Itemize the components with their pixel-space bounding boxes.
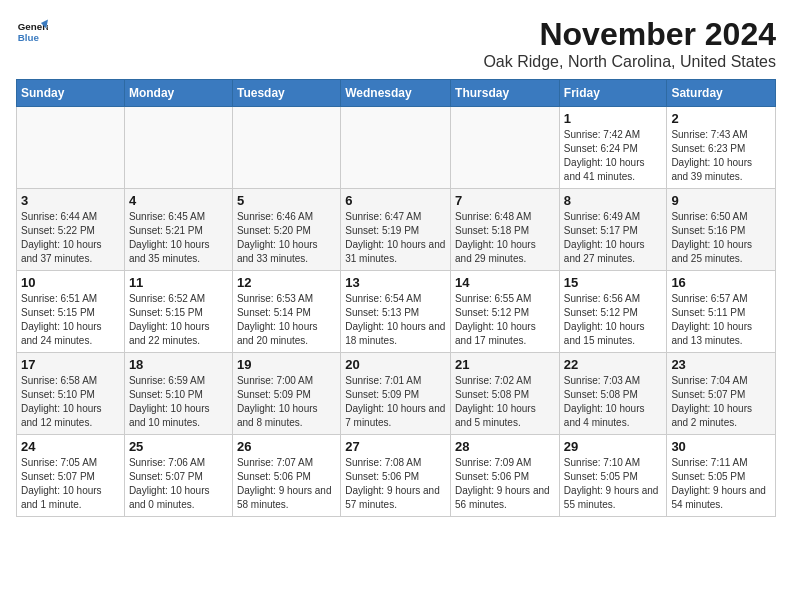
header-sunday: Sunday <box>17 80 125 107</box>
day-cell: 11Sunrise: 6:52 AMSunset: 5:15 PMDayligh… <box>124 271 232 353</box>
day-info: Sunrise: 6:47 AMSunset: 5:19 PMDaylight:… <box>345 210 446 266</box>
location-title: Oak Ridge, North Carolina, United States <box>483 53 776 71</box>
day-info: Sunrise: 6:55 AMSunset: 5:12 PMDaylight:… <box>455 292 555 348</box>
day-info: Sunrise: 7:05 AMSunset: 5:07 PMDaylight:… <box>21 456 120 512</box>
day-cell: 10Sunrise: 6:51 AMSunset: 5:15 PMDayligh… <box>17 271 125 353</box>
day-number: 5 <box>237 193 336 208</box>
svg-text:Blue: Blue <box>18 32 40 43</box>
day-number: 14 <box>455 275 555 290</box>
logo: General Blue <box>16 16 48 48</box>
day-number: 29 <box>564 439 663 454</box>
week-row-2: 3Sunrise: 6:44 AMSunset: 5:22 PMDaylight… <box>17 189 776 271</box>
day-number: 16 <box>671 275 771 290</box>
day-info: Sunrise: 7:10 AMSunset: 5:05 PMDaylight:… <box>564 456 663 512</box>
day-cell: 30Sunrise: 7:11 AMSunset: 5:05 PMDayligh… <box>667 435 776 517</box>
header-thursday: Thursday <box>451 80 560 107</box>
week-row-4: 17Sunrise: 6:58 AMSunset: 5:10 PMDayligh… <box>17 353 776 435</box>
day-cell: 20Sunrise: 7:01 AMSunset: 5:09 PMDayligh… <box>341 353 451 435</box>
day-number: 1 <box>564 111 663 126</box>
day-info: Sunrise: 7:43 AMSunset: 6:23 PMDaylight:… <box>671 128 771 184</box>
day-number: 27 <box>345 439 446 454</box>
day-info: Sunrise: 7:04 AMSunset: 5:07 PMDaylight:… <box>671 374 771 430</box>
day-info: Sunrise: 6:48 AMSunset: 5:18 PMDaylight:… <box>455 210 555 266</box>
day-info: Sunrise: 6:49 AMSunset: 5:17 PMDaylight:… <box>564 210 663 266</box>
day-cell <box>451 107 560 189</box>
day-number: 6 <box>345 193 446 208</box>
day-cell: 8Sunrise: 6:49 AMSunset: 5:17 PMDaylight… <box>559 189 667 271</box>
day-cell: 24Sunrise: 7:05 AMSunset: 5:07 PMDayligh… <box>17 435 125 517</box>
day-cell: 21Sunrise: 7:02 AMSunset: 5:08 PMDayligh… <box>451 353 560 435</box>
header: General Blue November 2024 Oak Ridge, No… <box>16 16 776 71</box>
calendar-header-row: SundayMondayTuesdayWednesdayThursdayFrid… <box>17 80 776 107</box>
day-info: Sunrise: 6:53 AMSunset: 5:14 PMDaylight:… <box>237 292 336 348</box>
day-info: Sunrise: 6:59 AMSunset: 5:10 PMDaylight:… <box>129 374 228 430</box>
day-number: 23 <box>671 357 771 372</box>
day-info: Sunrise: 7:03 AMSunset: 5:08 PMDaylight:… <box>564 374 663 430</box>
day-number: 22 <box>564 357 663 372</box>
day-cell: 9Sunrise: 6:50 AMSunset: 5:16 PMDaylight… <box>667 189 776 271</box>
day-info: Sunrise: 6:51 AMSunset: 5:15 PMDaylight:… <box>21 292 120 348</box>
day-number: 7 <box>455 193 555 208</box>
day-number: 2 <box>671 111 771 126</box>
day-cell: 1Sunrise: 7:42 AMSunset: 6:24 PMDaylight… <box>559 107 667 189</box>
day-cell: 17Sunrise: 6:58 AMSunset: 5:10 PMDayligh… <box>17 353 125 435</box>
day-cell: 28Sunrise: 7:09 AMSunset: 5:06 PMDayligh… <box>451 435 560 517</box>
day-cell: 3Sunrise: 6:44 AMSunset: 5:22 PMDaylight… <box>17 189 125 271</box>
day-number: 8 <box>564 193 663 208</box>
day-number: 4 <box>129 193 228 208</box>
month-title: November 2024 <box>483 16 776 53</box>
day-info: Sunrise: 6:46 AMSunset: 5:20 PMDaylight:… <box>237 210 336 266</box>
day-info: Sunrise: 7:02 AMSunset: 5:08 PMDaylight:… <box>455 374 555 430</box>
logo-icon: General Blue <box>16 16 48 48</box>
day-number: 20 <box>345 357 446 372</box>
day-cell: 16Sunrise: 6:57 AMSunset: 5:11 PMDayligh… <box>667 271 776 353</box>
day-number: 17 <box>21 357 120 372</box>
header-friday: Friday <box>559 80 667 107</box>
day-cell: 2Sunrise: 7:43 AMSunset: 6:23 PMDaylight… <box>667 107 776 189</box>
day-cell <box>341 107 451 189</box>
day-cell: 26Sunrise: 7:07 AMSunset: 5:06 PMDayligh… <box>232 435 340 517</box>
day-number: 12 <box>237 275 336 290</box>
day-cell: 19Sunrise: 7:00 AMSunset: 5:09 PMDayligh… <box>232 353 340 435</box>
day-number: 19 <box>237 357 336 372</box>
header-saturday: Saturday <box>667 80 776 107</box>
day-cell: 23Sunrise: 7:04 AMSunset: 5:07 PMDayligh… <box>667 353 776 435</box>
day-cell <box>124 107 232 189</box>
day-cell <box>17 107 125 189</box>
day-info: Sunrise: 6:58 AMSunset: 5:10 PMDaylight:… <box>21 374 120 430</box>
day-number: 26 <box>237 439 336 454</box>
day-info: Sunrise: 6:45 AMSunset: 5:21 PMDaylight:… <box>129 210 228 266</box>
day-info: Sunrise: 7:42 AMSunset: 6:24 PMDaylight:… <box>564 128 663 184</box>
week-row-3: 10Sunrise: 6:51 AMSunset: 5:15 PMDayligh… <box>17 271 776 353</box>
week-row-5: 24Sunrise: 7:05 AMSunset: 5:07 PMDayligh… <box>17 435 776 517</box>
day-cell: 22Sunrise: 7:03 AMSunset: 5:08 PMDayligh… <box>559 353 667 435</box>
day-number: 13 <box>345 275 446 290</box>
week-row-1: 1Sunrise: 7:42 AMSunset: 6:24 PMDaylight… <box>17 107 776 189</box>
day-cell: 15Sunrise: 6:56 AMSunset: 5:12 PMDayligh… <box>559 271 667 353</box>
day-cell: 13Sunrise: 6:54 AMSunset: 5:13 PMDayligh… <box>341 271 451 353</box>
day-cell <box>232 107 340 189</box>
day-info: Sunrise: 7:01 AMSunset: 5:09 PMDaylight:… <box>345 374 446 430</box>
day-cell: 7Sunrise: 6:48 AMSunset: 5:18 PMDaylight… <box>451 189 560 271</box>
day-info: Sunrise: 7:08 AMSunset: 5:06 PMDaylight:… <box>345 456 446 512</box>
day-number: 28 <box>455 439 555 454</box>
day-cell: 25Sunrise: 7:06 AMSunset: 5:07 PMDayligh… <box>124 435 232 517</box>
day-info: Sunrise: 7:07 AMSunset: 5:06 PMDaylight:… <box>237 456 336 512</box>
day-info: Sunrise: 6:52 AMSunset: 5:15 PMDaylight:… <box>129 292 228 348</box>
day-number: 11 <box>129 275 228 290</box>
header-tuesday: Tuesday <box>232 80 340 107</box>
day-cell: 4Sunrise: 6:45 AMSunset: 5:21 PMDaylight… <box>124 189 232 271</box>
header-monday: Monday <box>124 80 232 107</box>
day-number: 25 <box>129 439 228 454</box>
calendar-table: SundayMondayTuesdayWednesdayThursdayFrid… <box>16 79 776 517</box>
header-wednesday: Wednesday <box>341 80 451 107</box>
day-number: 24 <box>21 439 120 454</box>
day-number: 18 <box>129 357 228 372</box>
day-info: Sunrise: 6:56 AMSunset: 5:12 PMDaylight:… <box>564 292 663 348</box>
title-area: November 2024 Oak Ridge, North Carolina,… <box>483 16 776 71</box>
day-cell: 18Sunrise: 6:59 AMSunset: 5:10 PMDayligh… <box>124 353 232 435</box>
day-cell: 5Sunrise: 6:46 AMSunset: 5:20 PMDaylight… <box>232 189 340 271</box>
day-info: Sunrise: 6:44 AMSunset: 5:22 PMDaylight:… <box>21 210 120 266</box>
day-info: Sunrise: 6:50 AMSunset: 5:16 PMDaylight:… <box>671 210 771 266</box>
day-cell: 29Sunrise: 7:10 AMSunset: 5:05 PMDayligh… <box>559 435 667 517</box>
